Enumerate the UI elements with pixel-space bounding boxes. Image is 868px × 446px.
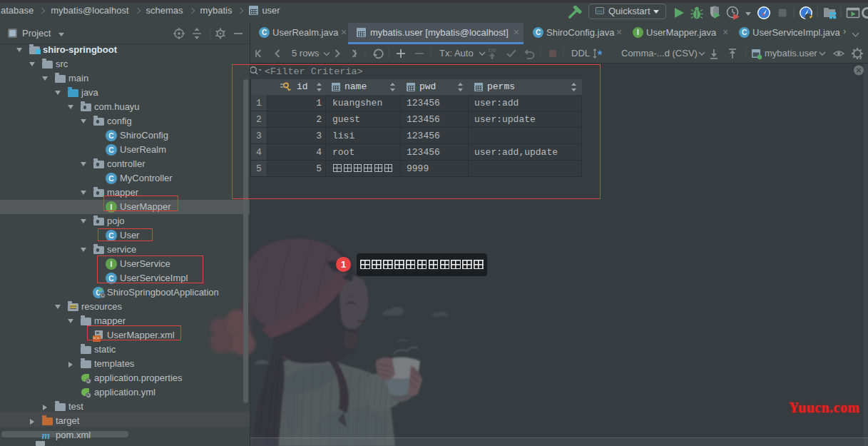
svg-text:DB: DB <box>488 47 496 54</box>
svg-text:mybatis.user: mybatis.user <box>765 48 817 59</box>
svg-text:Comma-...d (CSV): Comma-...d (CSV) <box>621 48 698 59</box>
svg-text:Tx: Auto: Tx: Auto <box>439 48 474 59</box>
svg-text:5 rows: 5 rows <box>292 48 320 59</box>
svg-text:DDL: DDL <box>571 48 590 59</box>
